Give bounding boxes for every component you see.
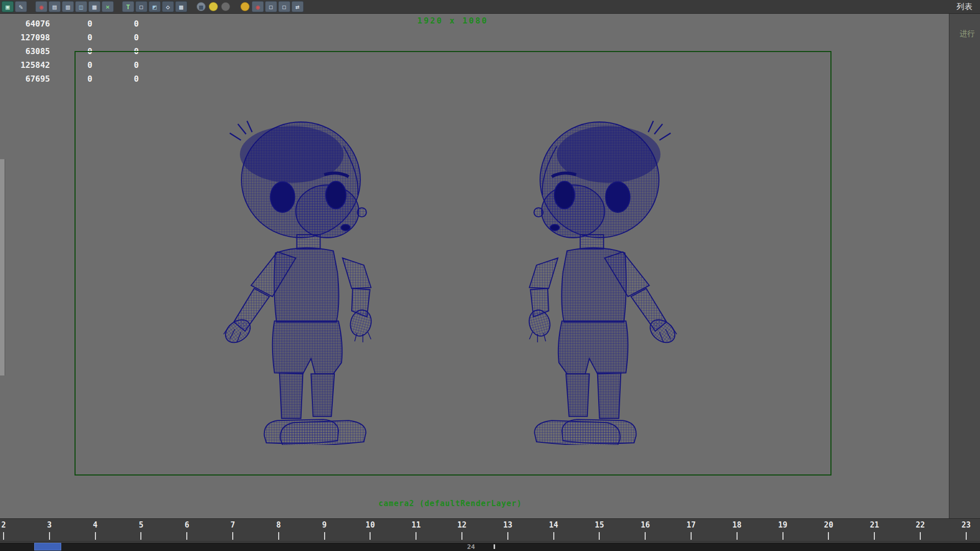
timeline-frame-tick[interactable] [186, 532, 187, 540]
hud-count: 67695 [0, 72, 50, 86]
timeline-frame-tick[interactable] [95, 532, 96, 540]
hud-col1: 0 [52, 17, 92, 31]
camera-name-label: camera2 (defaultRenderLayer) [348, 499, 552, 508]
timeline-frame-tick[interactable] [140, 532, 141, 540]
timeline-frame-label[interactable]: 20 [817, 520, 840, 530]
range-end-value: 24 [467, 543, 475, 550]
timeline[interactable]: 234567891011121314151617181920212223 [0, 518, 980, 542]
resolution-gate-icon[interactable]: ▥ [62, 1, 74, 12]
timeline-frame-label[interactable]: 8 [267, 520, 290, 530]
x-ray-icon[interactable]: ◻ [265, 1, 277, 12]
range-marker[interactable] [494, 544, 495, 549]
hud-row: 64076 0 0 [0, 17, 153, 31]
timeline-frame-tick[interactable] [874, 532, 875, 540]
timeline-frame-label[interactable]: 2 [0, 520, 15, 530]
right-panel-item[interactable]: 进行 [949, 29, 980, 39]
timeline-frame-label[interactable]: 19 [772, 520, 794, 530]
timeline-frame-label[interactable]: 21 [863, 520, 886, 530]
timeline-frame-tick[interactable] [3, 532, 4, 540]
hud-row: 127098 0 0 [0, 31, 153, 44]
left-panel-edge [0, 159, 5, 375]
timeline-frame-label[interactable]: 9 [313, 520, 336, 530]
toolbar-separator [28, 7, 35, 7]
timeline-frame-label[interactable]: 23 [955, 520, 977, 530]
timeline-frame-tick[interactable] [232, 532, 233, 540]
timeline-frame-label[interactable]: 4 [84, 520, 107, 530]
timeline-frame-tick[interactable] [553, 532, 554, 540]
character-wireframe-left[interactable] [215, 120, 378, 445]
textured-mode-icon[interactable] [209, 2, 218, 11]
timeline-frame-label[interactable]: 6 [176, 520, 198, 530]
isolate-select-icon[interactable]: ◉ [252, 1, 264, 12]
film-gate-icon[interactable]: ▤ [48, 1, 61, 12]
top-toolbar: ▣✎◉▤▥◫▦×T◻◩◇▩▩◉◻◻⇄ 列表 [0, 0, 980, 14]
show-manipulators-icon[interactable]: ▣ [2, 1, 14, 12]
lights-mode-icon[interactable] [240, 2, 250, 11]
backface-culling-icon[interactable]: ◻ [278, 1, 290, 12]
timeline-frame-tick[interactable] [645, 532, 646, 540]
toolbar-icon-strip: ▣✎◉▤▥◫▦×T◻◩◇▩▩◉◻◻⇄ [1, 1, 304, 12]
range-slider-handle[interactable] [34, 543, 61, 550]
timeline-frame-tick[interactable] [782, 532, 783, 540]
timeline-frame-tick[interactable] [737, 532, 738, 540]
shaded-mode-icon[interactable]: ▩ [175, 1, 187, 12]
timeline-frame-tick[interactable] [370, 532, 371, 540]
timeline-frame-label[interactable]: 10 [359, 520, 381, 530]
hud-count: 64076 [0, 17, 50, 31]
timeline-frame-tick[interactable] [691, 532, 692, 540]
share-view-icon[interactable]: ⇄ [291, 1, 304, 12]
wireframe-mode-icon[interactable]: ◇ [162, 1, 174, 12]
timeline-frame-label[interactable]: 11 [405, 520, 427, 530]
hud-count: 63085 [0, 44, 50, 58]
timeline-frame-label[interactable]: 15 [588, 520, 610, 530]
timeline-frame-label[interactable]: 16 [634, 520, 656, 530]
timeline-frame-tick[interactable] [324, 532, 325, 540]
timeline-frame-label[interactable]: 22 [909, 520, 932, 530]
timeline-frame-tick[interactable] [461, 532, 462, 540]
safe-title-icon[interactable]: T [122, 1, 134, 12]
gate-mask-icon[interactable]: ◫ [75, 1, 87, 12]
grease-pencil-icon[interactable]: ✎ [15, 1, 27, 12]
timeline-frame-tick[interactable] [920, 532, 921, 540]
resolution-gate-border [75, 51, 831, 475]
use-default-material-icon[interactable] [221, 2, 230, 11]
timeline-frame-label[interactable]: 3 [38, 520, 61, 530]
field-chart-icon[interactable]: ▦ [88, 1, 101, 12]
character-wireframe-right[interactable] [522, 120, 685, 445]
select-camera-icon[interactable]: ◉ [35, 1, 47, 12]
frame-selection-icon[interactable]: ◩ [149, 1, 161, 12]
3d-viewport[interactable]: 64076 0 0 127098 0 0 63085 0 0 125842 0 … [0, 14, 949, 518]
timeline-frame-label[interactable]: 13 [497, 520, 519, 530]
timeline-frame-label[interactable]: 12 [451, 520, 473, 530]
timeline-frame-label[interactable]: 14 [543, 520, 565, 530]
timeline-frame-label[interactable]: 5 [130, 520, 152, 530]
hud-count: 125842 [0, 58, 50, 72]
timeline-frame-label[interactable]: 7 [222, 520, 244, 530]
timeline-frame-tick[interactable] [966, 532, 967, 540]
timeline-frame-tick[interactable] [49, 532, 50, 540]
timeline-frame-tick[interactable] [278, 532, 279, 540]
timeline-frame-tick[interactable] [828, 532, 829, 540]
toolbar-separator [114, 7, 121, 7]
safe-action-icon[interactable]: × [102, 1, 114, 12]
hud-count: 127098 [0, 31, 50, 44]
timeline-frame-tick[interactable] [599, 532, 600, 540]
timeline-frame-tick[interactable] [415, 532, 416, 540]
resolution-gate-label: 980 x 551 [376, 16, 529, 26]
hud-col2: 0 [98, 17, 139, 31]
timeline-frame-tick[interactable] [507, 532, 508, 540]
smooth-shade-sphere-icon[interactable]: ▩ [197, 2, 206, 11]
toolbar-separator [232, 7, 239, 7]
right-panel-menu-label[interactable]: 列表 [957, 2, 973, 12]
right-side-panel: 进行 [949, 14, 980, 518]
hud-col2: 0 [98, 31, 139, 44]
timeline-frame-label[interactable]: 18 [726, 520, 748, 530]
hud-col1: 0 [52, 31, 92, 44]
timeline-frame-label[interactable]: 17 [680, 520, 702, 530]
toolbar-separator [188, 7, 195, 7]
range-slider[interactable]: 24 [0, 542, 980, 551]
frame-all-icon[interactable]: ◻ [135, 1, 148, 12]
